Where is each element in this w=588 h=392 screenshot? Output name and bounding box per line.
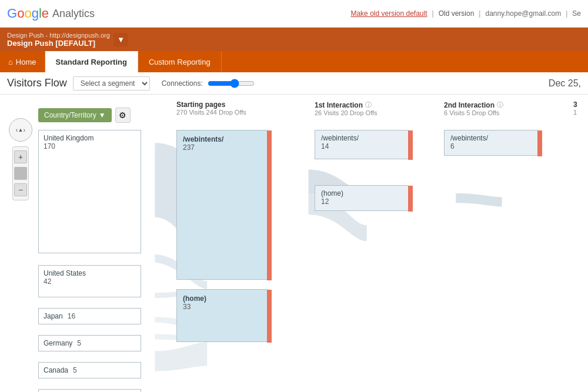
separator-3: | xyxy=(566,9,567,18)
first-webintents-dropoff xyxy=(408,130,413,160)
logo-o2: o xyxy=(24,6,31,21)
nav-right-icon: › xyxy=(23,126,25,133)
third-interaction-title: 3 xyxy=(573,100,588,109)
country-jp-value: 16 xyxy=(68,312,75,320)
nav-circle[interactable]: ‹ ▲ › xyxy=(9,118,32,142)
first-interaction-title: 1st Interaction xyxy=(315,101,363,109)
second-interaction-header: 2nd Interaction ⓘ 6 Visits 5 Drop Offs xyxy=(444,100,538,130)
country-node-uk[interactable]: United Kingdom 170 xyxy=(38,130,141,253)
logo-g2: g xyxy=(32,6,39,21)
country-node-other[interactable]: (other) 32 xyxy=(38,389,141,392)
zoom-handle[interactable] xyxy=(14,167,27,180)
country-node-de[interactable]: Germany 5 xyxy=(38,335,141,351)
logo-e: e xyxy=(42,6,49,21)
country-settings-button[interactable]: ⚙ xyxy=(115,108,131,123)
country-ca-value: 5 xyxy=(73,366,77,374)
property-dropdown-button[interactable]: ▼ xyxy=(113,33,128,46)
date-label: Dec 25, xyxy=(549,78,581,89)
logo-g: G xyxy=(7,6,17,21)
country-de-name: Germany xyxy=(44,339,72,347)
settings-link[interactable]: Se xyxy=(572,9,581,18)
country-dropdown-label: Country/Territory xyxy=(44,111,96,119)
segment-select[interactable]: Select a segment xyxy=(73,76,150,91)
flow-content: ‹ ▲ › + − xyxy=(0,95,588,392)
top-bar: Google Analytics Make old version defaul… xyxy=(0,0,588,28)
property-url: Design Push - http://designpush.org xyxy=(7,32,110,39)
webintents-dropoff-bar xyxy=(267,130,272,280)
zoom-in-button[interactable]: + xyxy=(14,150,27,163)
first-interaction-info-icon: ⓘ xyxy=(365,100,372,109)
first-interaction-webintents[interactable]: /webintents/ 14 xyxy=(315,130,409,159)
starting-pages-title: Starting pages xyxy=(176,100,268,109)
starting-pages-header: Starting pages 270 Visits 244 Drop Offs xyxy=(176,100,268,130)
country-dropdown[interactable]: Country/Territory ▼ xyxy=(38,108,112,122)
country-jp-name: Japan xyxy=(44,312,63,320)
country-node-jp[interactable]: Japan 16 xyxy=(38,308,141,324)
country-de-value: 5 xyxy=(77,339,81,347)
home-dropoff-bar xyxy=(267,290,272,343)
property-bar: Design Push - http://designpush.org Desi… xyxy=(0,28,588,51)
tab-custom-reporting[interactable]: Custom Reporting xyxy=(138,51,222,72)
country-uk-name: United Kingdom xyxy=(44,134,136,142)
second-webintents-value: 6 xyxy=(450,142,532,150)
starting-pages-column: Starting pages 270 Visits 244 Drop Offs … xyxy=(176,100,268,392)
user-email: danny.hope@gmail.com xyxy=(485,9,561,18)
country-node-us[interactable]: United States 42 xyxy=(38,265,141,297)
country-us-value: 42 xyxy=(44,277,136,286)
logo-analytics: Analytics xyxy=(52,8,95,20)
zoom-track: + − xyxy=(12,146,29,200)
second-interaction-column: 2nd Interaction ⓘ 6 Visits 5 Drop Offs /… xyxy=(444,100,538,392)
tab-standard-reporting[interactable]: Standard Reporting xyxy=(45,51,138,72)
first-webintents-name: /webintents/ xyxy=(321,134,402,142)
google-logo: Google Analytics xyxy=(7,6,95,21)
tab-home[interactable]: ⌂ Home xyxy=(0,51,45,72)
logo-o1: o xyxy=(17,6,24,21)
first-interaction-home[interactable]: (home) 12 xyxy=(315,185,409,211)
second-interaction-sub: 6 Visits 5 Drop Offs xyxy=(444,109,538,116)
country-ca-name: Canada xyxy=(44,366,68,374)
first-home-dropoff xyxy=(408,186,413,212)
second-webintents-name: /webintents/ xyxy=(450,134,532,142)
country-column: Country/Territory ▼ ⚙ United Kingdom 170… xyxy=(38,100,147,392)
starting-webintents-name: /webintents/ xyxy=(183,135,261,143)
third-interaction-sub: 1 xyxy=(573,109,588,116)
starting-home-name: (home) xyxy=(183,294,261,303)
make-old-version-link[interactable]: Make old version default xyxy=(350,9,427,18)
starting-page-home[interactable]: (home) 33 xyxy=(176,289,268,342)
third-interaction-header: 3 1 xyxy=(573,100,588,130)
zoom-out-button[interactable]: − xyxy=(14,183,27,196)
second-interaction-title: 2nd Interaction xyxy=(444,101,495,109)
first-interaction-header: 1st Interaction ⓘ 26 Visits 20 Drop Offs xyxy=(315,100,409,130)
home-icon: ⌂ xyxy=(8,58,13,66)
starting-home-value: 33 xyxy=(183,303,261,311)
old-version-link[interactable]: Old version xyxy=(439,9,475,18)
home-label: Home xyxy=(16,58,36,66)
zoom-controls: ‹ ▲ › + − xyxy=(9,118,32,392)
property-display-name: Design Push [DEFAULT] xyxy=(7,39,110,48)
connections-slider[interactable] xyxy=(208,79,255,88)
nav-up-icon: ▲ xyxy=(18,127,24,133)
separator-2: | xyxy=(479,9,480,18)
gear-icon: ⚙ xyxy=(119,110,126,120)
first-home-name: (home) xyxy=(321,189,402,197)
columns-wrapper: Country/Territory ▼ ⚙ United Kingdom 170… xyxy=(38,100,588,392)
second-interaction-webintents[interactable]: /webintents/ 6 xyxy=(444,130,538,156)
third-interaction-column: 3 1 xyxy=(573,100,588,392)
property-name: Design Push - http://designpush.org Desi… xyxy=(7,32,110,48)
standard-reporting-label: Standard Reporting xyxy=(56,58,127,66)
first-webintents-value: 14 xyxy=(321,142,402,150)
starting-page-webintents[interactable]: /webintents/ 237 xyxy=(176,130,268,280)
country-us-name: United States xyxy=(44,269,136,277)
separator-1: | xyxy=(432,9,434,18)
flow-header: Visitors Flow Select a segment Connectio… xyxy=(0,72,588,95)
country-column-header-area: Country/Territory ▼ ⚙ xyxy=(38,100,141,130)
nav-tabs: ⌂ Home Standard Reporting Custom Reporti… xyxy=(0,51,588,72)
top-right-links: Make old version default | Old version |… xyxy=(350,9,581,18)
second-webintents-dropoff xyxy=(537,130,542,156)
first-home-value: 12 xyxy=(321,197,402,206)
country-node-ca[interactable]: Canada 5 xyxy=(38,362,141,378)
starting-webintents-value: 237 xyxy=(183,143,261,152)
second-interaction-info-icon: ⓘ xyxy=(497,100,503,109)
first-interaction-column: 1st Interaction ⓘ 26 Visits 20 Drop Offs… xyxy=(315,100,409,392)
starting-pages-sub: 270 Visits 244 Drop Offs xyxy=(176,109,268,116)
